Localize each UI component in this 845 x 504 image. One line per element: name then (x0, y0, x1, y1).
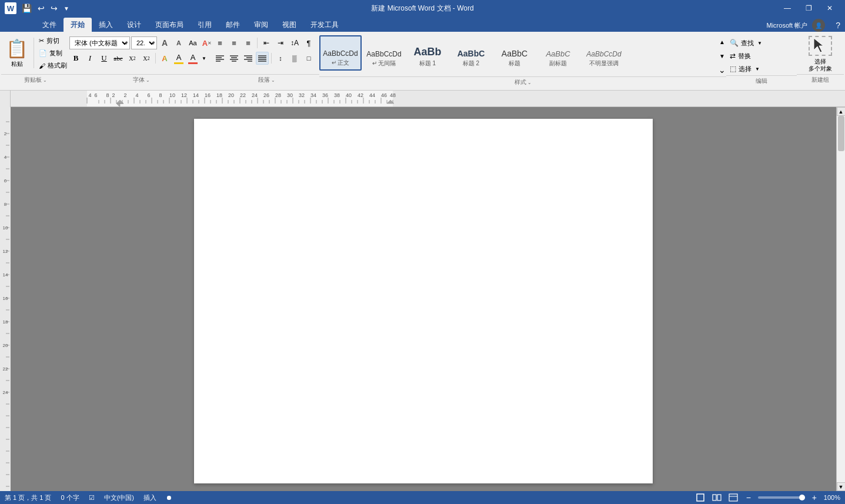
document-page[interactable] (194, 119, 653, 483)
line-spacing-button[interactable]: ↕ (274, 52, 287, 65)
tab-developer[interactable]: 开发工具 (303, 18, 346, 32)
scroll-up-button[interactable]: ▲ (837, 107, 846, 116)
help-button[interactable]: ? (831, 21, 845, 30)
tab-references[interactable]: 引用 (191, 18, 219, 32)
zoom-in-button[interactable]: + (810, 493, 819, 502)
style-subtitle[interactable]: AaBbC 副标题 (537, 35, 579, 71)
macro-record[interactable]: ⏺ (166, 494, 172, 501)
align-left-button[interactable] (213, 52, 226, 65)
format-painter-button[interactable]: 🖌 格式刷 (36, 60, 69, 71)
scroll-track[interactable] (837, 116, 846, 482)
clear-format-button[interactable]: A ✕ (201, 36, 213, 49)
read-mode-button[interactable] (711, 493, 723, 502)
styles-scroll-up[interactable]: ▲ (718, 36, 726, 47)
italic-button[interactable]: I (84, 52, 96, 65)
tab-design[interactable]: 设计 (120, 18, 148, 32)
spell-check-icon[interactable]: ☑ (89, 494, 95, 502)
shading-button[interactable]: ▒ (288, 52, 301, 65)
strikethrough-button[interactable]: abc (112, 52, 125, 65)
tab-view[interactable]: 视图 (275, 18, 303, 32)
zoom-out-button[interactable]: − (744, 493, 753, 502)
style-no-spacing[interactable]: AaBbCcDd ↵ 无间隔 (363, 35, 405, 71)
font-color-dropdown[interactable]: ▼ (201, 52, 208, 65)
svg-text:8: 8 (106, 92, 109, 98)
superscript-button[interactable]: X2 (140, 52, 153, 65)
tab-review[interactable]: 审阅 (247, 18, 275, 32)
font-color-button[interactable]: A (186, 52, 199, 65)
char-count[interactable]: 0 个字 (61, 493, 79, 502)
style-heading1[interactable]: AaBb 标题 1 (406, 35, 449, 71)
tab-layout[interactable]: 页面布局 (148, 18, 191, 32)
grow-font-button[interactable]: A (158, 36, 171, 49)
print-layout-button[interactable] (694, 493, 706, 502)
status-right: − + 100% (694, 493, 840, 502)
styles-section-label[interactable]: 样式 ⌄ (319, 76, 726, 88)
style-subtle-emphasis[interactable]: AaBbCcDd 不明显强调 (580, 35, 627, 71)
redo-quick-btn[interactable]: ↪ (49, 4, 59, 13)
font-size-select[interactable]: 22.5 (131, 36, 157, 49)
new-group-button[interactable]: 选择多个对象 (803, 36, 838, 72)
font-expand-icon: ⌄ (146, 78, 150, 83)
tab-insert[interactable]: 插入 (92, 18, 120, 32)
zoom-level[interactable]: 100% (824, 494, 840, 501)
justify-button[interactable] (256, 52, 269, 65)
save-quick-btn[interactable]: 💾 (20, 4, 34, 13)
bullets-button[interactable]: ≡ (213, 36, 226, 49)
show-marks-button[interactable]: ¶ (302, 36, 315, 49)
select-button[interactable]: ⬚ 选择 ▼ (726, 62, 763, 75)
subscript-button[interactable]: X2 (126, 52, 139, 65)
insert-mode[interactable]: 插入 (143, 493, 156, 502)
close-button[interactable]: ✕ (819, 0, 840, 16)
clipboard-section-label[interactable]: 剪贴板 ⌄ (1, 74, 69, 86)
text-effects-button[interactable]: A (158, 52, 171, 65)
increase-indent-button[interactable]: ⇥ (274, 36, 287, 49)
styles-scroll-down[interactable]: ▼ (718, 51, 726, 61)
decrease-indent-button[interactable]: ⇤ (260, 36, 273, 49)
copy-button[interactable]: 📄 复制 (36, 48, 69, 59)
replace-button[interactable]: ⇄ 替换 (726, 49, 761, 62)
scroll-thumb[interactable] (838, 116, 844, 151)
zoom-slider-thumb (799, 495, 805, 500)
underline-button[interactable]: U (98, 52, 111, 65)
find-button[interactable]: 🔍 查找 ▼ (726, 36, 766, 49)
paste-button[interactable]: 📋 粘贴 (1, 35, 32, 71)
customize-quick-btn[interactable]: ▼ (62, 5, 71, 12)
undo-quick-btn[interactable]: ↩ (36, 4, 46, 13)
document-area[interactable] (11, 107, 836, 491)
style-no-spacing-label: ↵ 无间隔 (372, 59, 396, 68)
account-icon[interactable]: 👤 (812, 19, 825, 32)
shrink-font-button[interactable]: A (172, 36, 185, 49)
restore-button[interactable]: ❐ (798, 0, 819, 16)
style-title[interactable]: AaBbC 标题 (493, 35, 536, 71)
style-normal[interactable]: AaBbCcDd ↵ 正文 (319, 35, 362, 71)
minimize-button[interactable]: — (777, 0, 798, 16)
align-right-button[interactable] (242, 52, 255, 65)
borders-button[interactable]: □ (302, 52, 315, 65)
multilevel-button[interactable]: ≡ (242, 36, 255, 49)
font-section-label[interactable]: 字体 ⌄ (69, 74, 213, 86)
font-name-select[interactable]: 宋体 (中文标题 (69, 36, 130, 49)
highlight-color-button[interactable]: A (172, 52, 185, 65)
para-row-2: ↕ ▒ □ (213, 52, 315, 65)
styles-scroll-expand[interactable]: ⌄ (718, 65, 726, 75)
align-center-button[interactable] (228, 52, 241, 65)
page-info[interactable]: 第 1 页，共 1 页 (5, 493, 51, 502)
search-icon: 🔍 (730, 39, 739, 47)
paragraph-section-label[interactable]: 段落 ⌄ (213, 74, 319, 86)
zoom-slider[interactable] (758, 496, 805, 499)
web-layout-button[interactable] (727, 493, 739, 502)
account-label[interactable]: Microsoft 帐户 (767, 21, 808, 30)
sort-button[interactable]: ↕A (288, 36, 301, 49)
tab-home[interactable]: 开始 (64, 18, 92, 32)
svg-text:18: 18 (3, 319, 8, 325)
scroll-down-button[interactable]: ▼ (837, 482, 846, 491)
tab-file[interactable]: 文件 (35, 18, 64, 32)
change-case-button[interactable]: Aa (186, 36, 199, 49)
cut-button[interactable]: ✂ 剪切 (36, 35, 69, 46)
style-heading2[interactable]: AaBbC 标题 2 (450, 35, 492, 71)
tab-mailings[interactable]: 邮件 (219, 18, 247, 32)
ribbon-body: 📋 粘贴 ✂ 剪切 📄 复制 🖌 格式刷 (0, 32, 845, 91)
bold-button[interactable]: B (69, 52, 82, 65)
language-info[interactable]: 中文(中国) (104, 493, 134, 502)
numbering-button[interactable]: ≡ (228, 36, 241, 49)
